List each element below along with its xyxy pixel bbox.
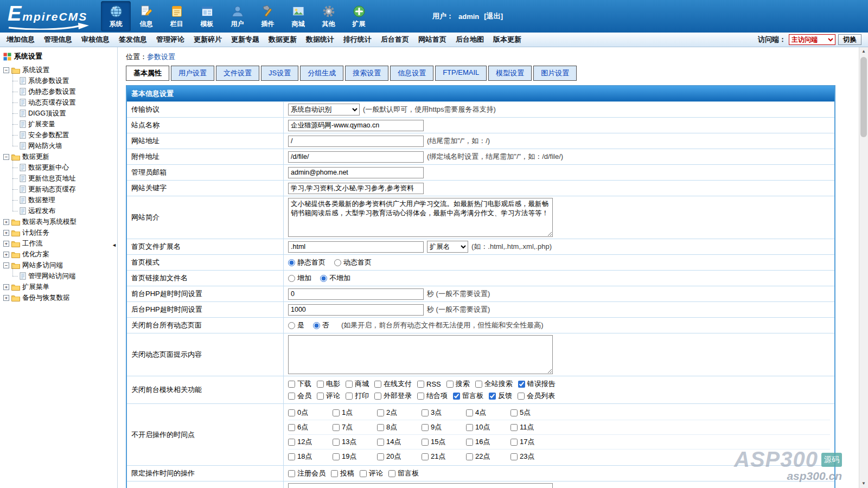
checkbox-option[interactable]: 会员列表 (518, 391, 555, 401)
checkbox-option[interactable]: 4点 (466, 408, 510, 418)
checkbox-option[interactable]: 19点 (333, 452, 377, 461)
checkbox-option[interactable]: 商城 (346, 379, 369, 389)
nav-user[interactable]: 用户 (222, 1, 252, 31)
expand-icon[interactable]: + (3, 252, 9, 258)
checkbox-option[interactable]: 21点 (422, 452, 466, 461)
checkbox-option[interactable]: 错误报告 (518, 379, 556, 389)
checkbox-option[interactable]: 反馈 (489, 391, 512, 401)
tab-6[interactable]: 信息设置 (390, 66, 433, 81)
protocol-select[interactable]: 系统自动识别 (288, 104, 360, 115)
tab-3[interactable]: JS设置 (261, 66, 298, 81)
menubar-item[interactable]: 管理评论 (156, 35, 184, 44)
scroll-up-button[interactable]: ▲ (859, 47, 868, 56)
checkbox-option[interactable]: 3点 (422, 408, 466, 418)
checkbox-option[interactable]: 注册会员 (288, 468, 326, 478)
checkbox-option[interactable]: 会员 (288, 391, 311, 401)
tree-item[interactable]: DIGG顶设置 (20, 108, 114, 119)
menubar-item[interactable]: 后台首页 (381, 35, 409, 44)
tree-item[interactable]: 更新动态页缓存 (20, 184, 114, 195)
expand-icon[interactable]: + (3, 284, 9, 290)
menubar-item[interactable]: 数据更新 (269, 35, 297, 44)
checkbox-option[interactable]: 下载 (288, 379, 311, 389)
checkbox-option[interactable]: 0点 (288, 408, 333, 418)
checkbox-option[interactable]: 电影 (317, 379, 340, 389)
radio-option[interactable]: 否 (313, 320, 329, 330)
extension-select[interactable]: 扩展名 (427, 241, 468, 253)
checkbox-option[interactable]: 20点 (377, 452, 422, 461)
tab-4[interactable]: 分组生成 (300, 66, 343, 81)
tab-1[interactable]: 用户设置 (171, 66, 214, 81)
checkbox-option[interactable]: 14点 (377, 437, 422, 447)
radio-option[interactable]: 动态首页 (334, 258, 372, 267)
checkbox-option[interactable]: RSS (417, 380, 441, 388)
expand-icon[interactable]: + (3, 241, 9, 247)
tab-7[interactable]: FTP/EMAIL (435, 66, 487, 81)
text-input[interactable] (288, 183, 424, 194)
textarea-input[interactable] (288, 483, 553, 488)
access-select[interactable]: 主访问端 (789, 34, 835, 45)
tree-folder[interactable]: +扩展菜单 (3, 281, 114, 292)
checkbox-option[interactable]: 17点 (510, 437, 555, 447)
tree-item[interactable]: 安全参数配置 (20, 130, 114, 140)
checkbox-option[interactable]: 5点 (510, 408, 555, 418)
breadcrumb-link[interactable]: 参数设置 (147, 53, 175, 61)
checkbox-option[interactable]: 留言板 (453, 391, 483, 401)
tab-9[interactable]: 图片设置 (533, 66, 577, 81)
text-input[interactable] (288, 151, 424, 163)
tree-folder[interactable]: −数据更新 (3, 151, 114, 162)
menubar-item[interactable]: 签发信息 (119, 35, 147, 44)
radio-option[interactable]: 增加 (288, 273, 311, 283)
tree-item[interactable]: 动态页缓存设置 (20, 97, 114, 108)
checkbox-option[interactable]: 1点 (333, 408, 377, 418)
tab-5[interactable]: 搜索设置 (345, 66, 388, 81)
tab-0[interactable]: 基本属性 (126, 66, 169, 81)
menubar-item[interactable]: 更新专题 (231, 35, 259, 44)
nav-column[interactable]: 栏目 (162, 1, 192, 31)
expand-icon[interactable]: + (3, 230, 9, 236)
expand-icon[interactable]: + (3, 295, 9, 301)
textarea-input[interactable] (288, 335, 553, 374)
tree-folder[interactable]: +计划任务 (3, 227, 114, 238)
checkbox-option[interactable]: 留言板 (388, 468, 419, 478)
tree-item[interactable]: 管理网站访问端 (20, 271, 114, 281)
tree-item[interactable]: 系统参数设置 (20, 75, 114, 86)
tree-item[interactable]: 网站防火墙 (20, 140, 114, 151)
checkbox-option[interactable]: 9点 (422, 422, 466, 432)
nav-mall[interactable]: 商城 (283, 1, 313, 31)
menubar-item[interactable]: 审核信息 (81, 35, 110, 44)
checkbox-option[interactable]: 22点 (466, 452, 510, 461)
tree-item[interactable]: 更新信息页地址 (20, 173, 114, 184)
nav-system[interactable]: 系统 (101, 1, 131, 31)
checkbox-option[interactable]: 16点 (466, 437, 510, 447)
checkbox-option[interactable]: 结合项 (417, 391, 448, 401)
checkbox-option[interactable]: 15点 (422, 437, 466, 447)
checkbox-option[interactable]: 7点 (333, 422, 377, 432)
tree-item[interactable]: 数据整理 (20, 195, 114, 206)
checkbox-option[interactable]: 在线支付 (374, 379, 412, 389)
checkbox-option[interactable]: 外部登录 (374, 391, 412, 401)
menubar-item[interactable]: 更新碎片 (194, 35, 222, 44)
checkbox-option[interactable]: 全站搜索 (475, 379, 513, 389)
tree-folder[interactable]: −系统设置 (3, 65, 114, 75)
nav-template[interactable]: 模板 (192, 1, 222, 31)
textarea-input[interactable]: 文小秘提供各类最新的参考资料供广大用户学习交流。如最新热门电影观后感，最新畅销书… (288, 198, 553, 237)
nav-other[interactable]: 其他 (314, 1, 343, 31)
checkbox-option[interactable]: 11点 (510, 422, 555, 432)
menubar-item[interactable]: 数据统计 (306, 35, 334, 44)
checkbox-option[interactable]: 13点 (333, 437, 377, 447)
collapse-icon[interactable]: − (3, 154, 9, 160)
checkbox-option[interactable]: 18点 (288, 452, 333, 461)
scrollbar[interactable]: ▲ ▼ (859, 47, 868, 488)
checkbox-option[interactable]: 打印 (346, 391, 369, 401)
tree-folder[interactable]: +工作流 (3, 238, 114, 249)
collapse-icon[interactable]: − (3, 262, 9, 268)
checkbox-option[interactable]: 10点 (466, 422, 510, 432)
text-input[interactable] (288, 241, 424, 253)
nav-info[interactable]: 信息 (131, 1, 161, 31)
text-input[interactable] (288, 288, 424, 300)
tree-item[interactable]: 远程发布 (20, 206, 114, 216)
checkbox-option[interactable]: 8点 (377, 422, 422, 432)
nav-plugin[interactable]: 插件 (253, 1, 283, 31)
tree-folder[interactable]: +数据表与系统模型 (3, 216, 114, 227)
menubar-item[interactable]: 排行统计 (343, 35, 372, 44)
